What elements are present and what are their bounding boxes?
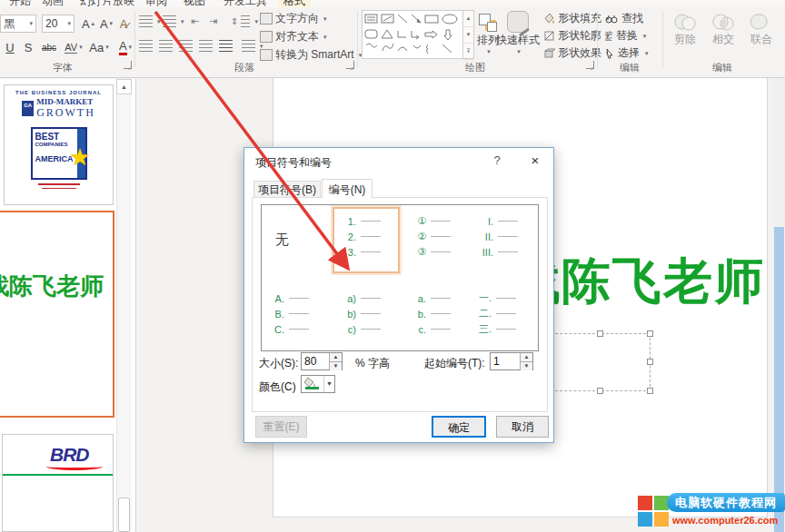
start-number-spinner[interactable]: 1 ▲▼ [490,352,533,370]
numbering-option-chinese[interactable]: 一. 二. 三. [473,291,516,337]
drawing-dialog-launcher[interactable] [586,61,594,69]
justify-button[interactable] [199,40,213,52]
tab-animations[interactable]: 动画 [36,0,69,7]
underline-button[interactable]: U [4,38,16,56]
chevron-down-icon: ▾ [181,18,184,25]
numbering-option-circled[interactable]: ① ② ③ [408,213,451,260]
resize-handle[interactable] [647,359,653,365]
strikethrough-button[interactable]: abc [38,38,60,56]
underline-label: U [5,41,14,54]
text-direction-button[interactable]: 文字方向▾ [260,11,327,26]
tab-home[interactable]: 开始 [4,0,36,7]
spin-up-icon[interactable]: ▲ [330,353,342,362]
preview-line [431,313,451,314]
distribute-icon [219,40,233,52]
color-picker-button[interactable]: ▼ [301,375,335,393]
tab-slideshow[interactable]: 幻灯片放映 [75,0,140,7]
intersect-shapes-button[interactable]: 相交 [707,12,740,47]
subtract-shapes-button[interactable]: 剪除 [669,12,701,47]
align-right-button[interactable] [179,40,193,52]
numbering-button[interactable]: ▾ [163,15,184,27]
numbering-option-none[interactable]: 无 [275,232,289,249]
font-color-button[interactable]: A▾ [114,38,136,56]
shape-fill-label: 形状填充 [558,11,601,26]
dialog-help-button[interactable]: ? [488,153,506,170]
ok-button[interactable]: 确定 [432,416,486,438]
chevron-down-icon: ▾ [517,48,521,55]
shrink-font-button[interactable]: A▾ [98,15,114,33]
line-spacing-button[interactable]: ⇕▾ [231,15,258,27]
clear-formatting-button[interactable]: A̷ [116,15,131,33]
thumbnail-scrollbar-track[interactable] [116,79,132,532]
thumbnail-scroll-up-button[interactable]: ▲ [116,79,132,94]
tab-bullets[interactable]: 项目符号(B) [253,181,321,198]
preview-number: c) [338,324,356,335]
cancel-button[interactable]: 取消 [496,416,549,438]
journal-text: THE BUSINESS JOURNAL [5,90,113,95]
resize-handle[interactable] [647,330,653,337]
preview-number: ① [408,215,426,227]
numbering-option-arabic-period[interactable]: 1. 2. 3. [338,213,381,260]
font-size-value: 20 [45,17,57,30]
size-spinner[interactable]: 80 ▲▼ [301,352,343,370]
find-button[interactable]: 查找 [605,11,643,26]
decrease-indent-button[interactable]: ⇤ [191,15,199,27]
distribute-button[interactable] [219,40,233,52]
paragraph-dialog-launcher[interactable] [346,61,354,69]
tab-numbering[interactable]: 编号(N) [322,179,373,199]
chevron-down-icon: ▾ [129,44,133,51]
shrink-font-label: A [100,17,108,31]
shapes-gallery[interactable] [362,10,463,59]
drawing-group-label: 绘图 [465,61,485,74]
resize-handle[interactable] [597,388,603,394]
bullets-button[interactable]: ▾ [139,15,161,27]
shape-outline-button[interactable]: 形状轮廓▾ [543,28,610,44]
numbering-option-alpha-upper[interactable]: A. B. C. [266,291,309,337]
replace-button[interactable]: abac 替换▾ [605,28,646,44]
grow-font-button[interactable]: A▴ [80,15,96,33]
tab-review[interactable]: 审阅 [140,0,173,7]
character-spacing-button[interactable]: AV▾ [62,38,85,56]
dialog-close-button[interactable]: × [517,148,553,173]
font-dialog-launcher[interactable] [124,61,132,69]
align-left-button[interactable] [139,40,153,52]
numbering-option-alpha-lower-paren[interactable]: a) b) c) [338,291,381,337]
slide-thumbnail-2[interactable]: 找陈飞老师 [0,211,114,418]
shape-fill-button[interactable]: 形状填充▾ [543,11,610,26]
caret-down-icon: ▾ [110,20,114,27]
slide-thumbnail-3[interactable]: BRD [2,434,114,532]
change-case-button[interactable]: Aa▾ [87,38,111,56]
spin-up-icon[interactable]: ▲ [521,353,532,362]
font-size-combo[interactable]: 20▾ [42,15,75,33]
tab-view[interactable]: 视图 [178,0,211,7]
slide-thumbnail-1[interactable]: THE BUSINESS JOURNAL GA MID-MARKET GROWT… [4,84,114,205]
font-name-combo[interactable]: 黑▾ [0,15,36,33]
tab-format[interactable]: 格式 [278,0,311,7]
numbering-option-roman-upper[interactable]: I. II. III. [475,213,518,260]
select-button[interactable]: 选择▾ [605,45,649,61]
spin-down-icon[interactable]: ▼ [521,362,532,370]
align-text-button[interactable]: 对齐文本▾ [260,29,327,44]
thumbnail-scrollbar-thumb[interactable] [118,498,130,532]
shape-effects-button[interactable]: 形状效果▾ [543,45,610,61]
spin-down-icon[interactable]: ▼ [330,362,342,370]
align-center-button[interactable] [159,40,173,52]
shadow-button[interactable]: S [22,38,35,56]
application-window: 开始 动画 幻灯片放映 审阅 视图 开发工具 格式 黑▾ 20▾ A▴ A▾ A… [0,0,785,532]
tab-developer[interactable]: 开发工具 [218,0,273,7]
bullets-numbering-dialog: 项目符号和编号 ? × 项目符号(B) 编号(N) 无 1. 2. 3. ① ②… [243,147,554,443]
close-icon: × [532,153,540,168]
union-shapes-button[interactable]: 联合 [745,12,778,47]
star-icon: ★ [69,143,90,172]
quick-styles-button[interactable]: 快速样式 ▾ [494,11,542,55]
numbering-option-alpha-lower[interactable]: a. b. c. [408,291,451,337]
increase-indent-button[interactable]: ⇥ [209,15,217,27]
preview-line [361,298,381,299]
font-name-value: 黑 [4,16,15,32]
resize-handle[interactable] [647,388,653,394]
text-placeholder[interactable] [551,333,651,391]
slide-scrollbar-thumb[interactable] [774,227,784,532]
preview-number: B. [266,309,284,320]
resize-handle[interactable] [597,330,603,337]
group-separator [597,11,598,67]
